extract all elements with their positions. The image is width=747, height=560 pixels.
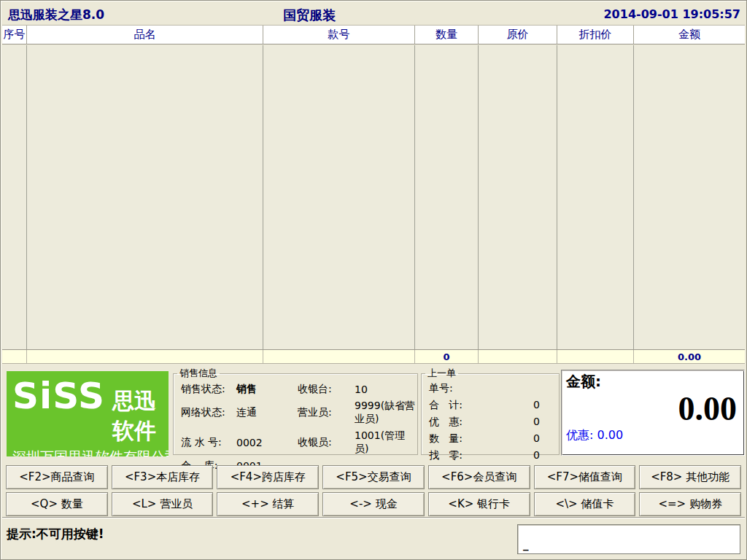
clerk-label: 营业员: <box>298 406 355 419</box>
sales-info-group: 销售信息 销售状态: 销售 收银台: 10 网络状态: 连通 营业员: 9999… <box>173 367 418 455</box>
btn-f8-other-functions[interactable]: <F8> 其他功能 <box>639 465 741 489</box>
last-order-title: 上一单 <box>425 367 458 380</box>
last-order-group: 上一单 单号: 合 计: 0 优 惠: 0 数 量: 0 <box>421 367 560 455</box>
cashier-label: 收银员: <box>298 436 355 449</box>
btn-f3-store-stock[interactable]: <F3>本店库存 <box>112 465 214 489</box>
status-bar: 提示:不可用按键! _ <box>2 517 745 558</box>
title-bar: 思迅服装之星8.0 国贸服装 2014-09-01 19:05:57 <box>2 2 745 26</box>
btn-minus-cash[interactable]: <-> 现金 <box>322 492 425 516</box>
body-col-orig-price <box>479 45 557 349</box>
amount-label: 金额: <box>566 372 740 392</box>
amount-display-panel: 金额: 0.00 优惠: 0.00 <box>561 370 745 456</box>
last-order-discount-value: 0 <box>533 416 559 429</box>
btn-l-salesclerk[interactable]: <L> 营业员 <box>112 492 214 516</box>
col-header-style-no: 款号 <box>263 26 415 44</box>
network-status-label: 网络状态: <box>181 406 236 419</box>
last-order-no-label: 单号: <box>429 382 453 395</box>
company-name: 深圳万国思迅软件有限公司 <box>12 448 163 456</box>
col-header-orig-price: 原价 <box>479 26 557 44</box>
body-col-quantity <box>415 45 479 349</box>
datetime-display: 2014-09-01 19:05:57 <box>603 7 740 21</box>
clerk-value: 9999(缺省营业员) <box>355 400 417 426</box>
last-order-change-value: 0 <box>533 449 559 462</box>
last-order-total-value: 0 <box>533 399 559 412</box>
last-order-quantity-label: 数 量: <box>429 432 462 446</box>
btn-f6-member-query[interactable]: <F6>会员查询 <box>428 465 530 489</box>
col-header-quantity: 数量 <box>415 26 479 44</box>
store-name: 国贸服装 <box>283 7 336 24</box>
btn-f2-product-query[interactable]: <F2>商品查询 <box>6 465 108 489</box>
network-status-value: 连通 <box>236 406 298 419</box>
last-order-discount-label: 优 惠: <box>429 416 462 429</box>
sales-info-title: 销售信息 <box>177 367 220 380</box>
sale-status-value: 销售 <box>236 383 298 396</box>
totals-row: 0 0.00 <box>2 349 745 364</box>
brand-logo-cn: 思迅软件 <box>112 386 163 446</box>
body-col-discount-price <box>557 45 634 349</box>
sale-status-label: 销售状态: <box>181 383 236 396</box>
body-col-seq <box>2 45 27 349</box>
vendor-logo: SiSS 思迅软件 深圳万国思迅软件有限公司 www.siss.com.cn <box>7 371 169 456</box>
body-col-product-name <box>27 45 263 349</box>
brand-logo-text: SiSS <box>12 376 105 416</box>
serial-no-label: 流 水 号: <box>181 436 236 449</box>
barcode-input[interactable]: _ <box>517 524 740 554</box>
amount-discount: 优惠: 0.00 <box>566 428 740 443</box>
body-col-amount <box>634 45 745 349</box>
sale-items-list <box>2 45 745 349</box>
btn-f7-stored-value-query[interactable]: <F7>储值查询 <box>534 465 636 489</box>
col-header-discount-price: 折扣价 <box>557 26 634 44</box>
amount-value: 0.00 <box>566 392 737 427</box>
last-order-quantity-value: 0 <box>533 432 559 446</box>
total-amount: 0.00 <box>634 350 745 363</box>
last-order-total-label: 合 计: <box>429 399 462 412</box>
register-label: 收银台: <box>298 383 355 396</box>
btn-equals-coupon[interactable]: <=> 购物券 <box>639 492 741 516</box>
status-hint: 提示:不可用按键! <box>7 526 104 542</box>
serial-no-value: 0002 <box>236 437 298 448</box>
btn-f4-crossstore-stock[interactable]: <F4>跨店库存 <box>217 465 319 489</box>
register-value: 10 <box>355 384 417 395</box>
body-col-style-no <box>263 45 415 349</box>
btn-q-quantity[interactable]: <Q> 数量 <box>6 492 108 516</box>
btn-backslash-stored-card[interactable]: <\> 储值卡 <box>534 492 636 516</box>
btn-f5-transaction-query[interactable]: <F5>交易查询 <box>322 465 425 489</box>
app-title: 思迅服装之星8.0 <box>8 7 104 23</box>
btn-k-bank-card[interactable]: <K> 银行卡 <box>428 492 530 516</box>
info-section: SiSS 思迅软件 深圳万国思迅软件有限公司 www.siss.com.cn 销… <box>2 365 745 462</box>
col-header-amount: 金额 <box>634 26 745 44</box>
btn-plus-settle[interactable]: <+> 结算 <box>217 492 319 516</box>
cashier-value: 1001(管理员) <box>355 429 417 456</box>
function-button-row: <F2>商品查询 <F3>本店库存 <F4>跨店库存 <F5>交易查询 <F6>… <box>2 465 745 489</box>
col-header-product-name: 品名 <box>27 26 263 44</box>
total-quantity: 0 <box>415 350 479 363</box>
pos-window: 思迅服装之星8.0 国贸服装 2014-09-01 19:05:57 序号 品名… <box>0 0 747 560</box>
shortcut-button-row: <Q> 数量 <L> 营业员 <+> 结算 <-> 现金 <K> 银行卡 <\>… <box>2 492 745 516</box>
col-header-seq: 序号 <box>2 26 27 44</box>
last-order-change-label: 找 零: <box>429 449 462 462</box>
text-cursor: _ <box>523 538 529 551</box>
sale-items-header: 序号 品名 款号 数量 原价 折扣价 金额 <box>2 26 745 44</box>
